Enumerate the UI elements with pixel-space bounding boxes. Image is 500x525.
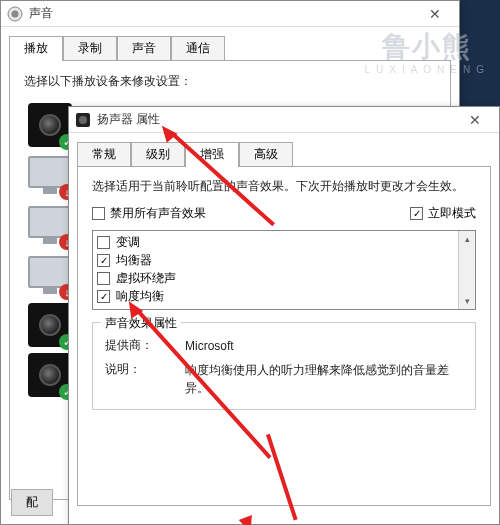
scroll-up-icon[interactable]: ▴ [459,231,475,247]
effect-item[interactable]: ✓均衡器 [97,251,454,269]
listbox-scrollbar[interactable]: ▴ ▾ [458,231,475,309]
effect-item[interactable]: 变调 [97,233,454,251]
props-titlebar[interactable]: 扬声器 属性 ✕ [69,107,499,133]
checkbox-box: ✓ [410,207,423,220]
scroll-track[interactable] [459,247,475,293]
props-title: 扬声器 属性 [97,111,457,128]
scroll-down-icon[interactable]: ▾ [459,293,475,309]
provider-value: Microsoft [185,337,463,355]
checkbox-box [97,236,110,249]
props-tabpanel: 选择适用于当前聆听配置的声音效果。下次开始播放时更改才会生效。 禁用所有声音效果… [77,166,491,506]
description-key: 说明： [105,361,185,397]
effect-label: 虚拟环绕声 [116,270,176,287]
disable-all-label: 禁用所有声音效果 [110,205,206,222]
enhancements-desc: 选择适用于当前聆听配置的声音效果。下次开始播放时更改才会生效。 [92,177,476,195]
device-monitor-icon: ↓ [28,203,72,247]
immediate-mode-checkbox[interactable]: ✓ 立即模式 [410,205,476,222]
sound-title: 声音 [29,5,417,22]
close-icon[interactable]: ✕ [417,6,453,22]
tab-levels[interactable]: 级别 [131,142,185,167]
svg-point-3 [79,116,87,124]
immediate-label: 立即模式 [428,205,476,222]
effect-properties-fieldset: 声音效果属性 提供商： Microsoft 说明： 响度均衡使用人的听力理解来降… [92,322,476,410]
device-monitor-icon: ↓ [28,253,72,297]
effect-label: 变调 [116,234,140,251]
tab-communications[interactable]: 通信 [171,36,225,61]
speaker-icon [7,6,23,22]
effect-item[interactable]: 虚拟环绕声 [97,269,454,287]
tab-playback[interactable]: 播放 [9,36,63,61]
device-speaker-icon: ✓ [28,103,72,147]
sound-hint: 选择以下播放设备来修改设置： [24,73,436,90]
close-icon[interactable]: ✕ [457,112,493,128]
effect-label: 均衡器 [116,252,152,269]
tab-enhancements[interactable]: 增强 [185,142,239,167]
configure-button[interactable]: 配 [11,489,53,516]
sound-titlebar[interactable]: 声音 ✕ [1,1,459,27]
provider-key: 提供商： [105,337,185,355]
device-speaker-icon: ✓ [28,303,72,347]
effects-items: 变调✓均衡器虚拟环绕声✓响度均衡 [93,231,458,309]
fieldset-legend: 声音效果属性 [101,315,181,332]
effect-item[interactable]: ✓响度均衡 [97,287,454,305]
sound-tabbar: 播放 录制 声音 通信 [9,36,451,61]
tab-sounds[interactable]: 声音 [117,36,171,61]
description-value: 响度均衡使用人的听力理解来降低感觉到的音量差异。 [185,361,463,397]
effects-listbox[interactable]: 变调✓均衡器虚拟环绕声✓响度均衡 ▴ ▾ [92,230,476,310]
checkbox-box [92,207,105,220]
speaker-properties-window: 扬声器 属性 ✕ 常规 级别 增强 高级 选择适用于当前聆听配置的声音效果。下次… [68,106,500,525]
props-tabbar: 常规 级别 增强 高级 [77,142,491,167]
effect-label: 响度均衡 [116,288,164,305]
device-speaker-icon: ✓ [28,353,72,397]
speaker-icon [75,112,91,128]
tab-advanced[interactable]: 高级 [239,142,293,167]
tab-general[interactable]: 常规 [77,142,131,167]
tab-recording[interactable]: 录制 [63,36,117,61]
disable-all-effects-checkbox[interactable]: 禁用所有声音效果 [92,205,350,222]
checkbox-box [97,272,110,285]
checkbox-box: ✓ [97,290,110,303]
checkbox-box: ✓ [97,254,110,267]
svg-point-1 [12,10,19,17]
device-monitor-icon: ↓ [28,153,72,197]
